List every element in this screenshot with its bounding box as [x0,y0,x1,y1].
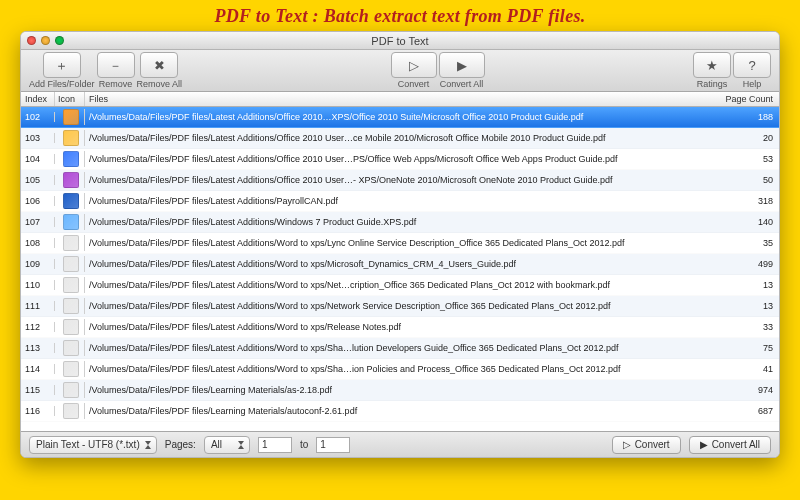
row-path: /Volumes/Data/Files/PDF files/Latest Add… [85,259,719,269]
pdf-file-icon [63,235,79,251]
col-header-icon[interactable]: Icon [55,92,85,106]
footer-bar: Plain Text - UTF8 (*.txt) Pages: All 1 t… [21,431,779,457]
table-row[interactable]: 115/Volumes/Data/Files/PDF files/Learnin… [21,380,779,401]
table-row[interactable]: 109/Volumes/Data/Files/PDF files/Latest … [21,254,779,275]
row-path: /Volumes/Data/Files/PDF files/Latest Add… [85,280,719,290]
column-headers: Index Icon Files Page Count [21,92,779,107]
pdf-file-icon [63,109,79,125]
convert-all-button[interactable]: ▶ [439,52,485,78]
row-icon-cell [55,193,85,209]
row-index: 112 [21,322,55,332]
pdf-file-icon [63,403,79,419]
table-row[interactable]: 102/Volumes/Data/Files/PDF files/Latest … [21,107,779,128]
table-row[interactable]: 104/Volumes/Data/Files/PDF files/Latest … [21,149,779,170]
table-row[interactable]: 116/Volumes/Data/Files/PDF files/Learnin… [21,401,779,422]
row-icon-cell [55,298,85,314]
row-page-count: 41 [719,364,779,374]
row-page-count: 687 [719,406,779,416]
table-row[interactable]: 108/Volumes/Data/Files/PDF files/Latest … [21,233,779,254]
row-index: 115 [21,385,55,395]
remove-all-label: Remove All [137,79,183,89]
page-to-input[interactable]: 1 [316,437,350,453]
add-files-label: Add Files/Folder [29,79,95,89]
row-index: 106 [21,196,55,206]
titlebar: PDF to Text [21,32,779,50]
col-header-files[interactable]: Files [85,92,719,106]
row-path: /Volumes/Data/Files/PDF files/Latest Add… [85,343,719,353]
row-page-count: 974 [719,385,779,395]
row-page-count: 75 [719,343,779,353]
footer-convert-button[interactable]: ▷ Convert [612,436,681,454]
table-row[interactable]: 112/Volumes/Data/Files/PDF files/Latest … [21,317,779,338]
convert-button[interactable]: ▷ [391,52,437,78]
window-title: PDF to Text [21,35,779,47]
remove-label: Remove [99,79,133,89]
remove-button[interactable]: － [97,52,135,78]
minimize-icon[interactable] [41,36,50,45]
pdf-file-icon [63,298,79,314]
row-page-count: 33 [719,322,779,332]
help-button[interactable]: ? [733,52,771,78]
window-controls [27,36,64,45]
pdf-file-icon [63,193,79,209]
star-icon: ★ [706,59,718,72]
row-index: 114 [21,364,55,374]
help-icon: ? [748,59,755,72]
col-header-index[interactable]: Index [21,92,55,106]
row-page-count: 140 [719,217,779,227]
table-row[interactable]: 113/Volumes/Data/Files/PDF files/Latest … [21,338,779,359]
row-path: /Volumes/Data/Files/PDF files/Latest Add… [85,364,719,374]
row-path: /Volumes/Data/Files/PDF files/Latest Add… [85,154,719,164]
row-page-count: 188 [719,112,779,122]
row-index: 116 [21,406,55,416]
footer-convert-all-button[interactable]: ▶ Convert All [689,436,771,454]
row-page-count: 50 [719,175,779,185]
remove-all-button[interactable]: ✖ [140,52,178,78]
row-path: /Volumes/Data/Files/PDF files/Latest Add… [85,322,719,332]
help-label: Help [743,79,762,89]
row-path: /Volumes/Data/Files/PDF files/Latest Add… [85,196,719,206]
row-page-count: 13 [719,301,779,311]
pdf-file-icon [63,130,79,146]
convert-all-label: Convert All [440,79,484,89]
col-header-pages[interactable]: Page Count [719,92,779,106]
pdf-file-icon [63,340,79,356]
footer-convert-all-label: Convert All [712,439,760,450]
row-index: 110 [21,280,55,290]
row-icon-cell [55,403,85,419]
row-path: /Volumes/Data/Files/PDF files/Latest Add… [85,217,719,227]
row-page-count: 13 [719,280,779,290]
output-format-select[interactable]: Plain Text - UTF8 (*.txt) [29,436,157,454]
row-icon-cell [55,151,85,167]
table-row[interactable]: 103/Volumes/Data/Files/PDF files/Latest … [21,128,779,149]
table-row[interactable]: 107/Volumes/Data/Files/PDF files/Latest … [21,212,779,233]
row-page-count: 35 [719,238,779,248]
add-files-button[interactable]: ＋ [43,52,81,78]
table-row[interactable]: 111/Volumes/Data/Files/PDF files/Latest … [21,296,779,317]
row-icon-cell [55,340,85,356]
row-index: 108 [21,238,55,248]
pdf-file-icon [63,172,79,188]
promo-headline: PDF to Text : Batch extract text from PD… [0,0,800,31]
row-index: 105 [21,175,55,185]
ratings-label: Ratings [697,79,728,89]
row-index: 111 [21,301,55,311]
zoom-icon[interactable] [55,36,64,45]
table-row[interactable]: 105/Volumes/Data/Files/PDF files/Latest … [21,170,779,191]
row-icon-cell [55,256,85,272]
file-list[interactable]: 102/Volumes/Data/Files/PDF files/Latest … [21,107,779,431]
close-icon[interactable] [27,36,36,45]
pdf-file-icon [63,256,79,272]
table-row[interactable]: 106/Volumes/Data/Files/PDF files/Latest … [21,191,779,212]
ratings-button[interactable]: ★ [693,52,731,78]
row-path: /Volumes/Data/Files/PDF files/Learning M… [85,406,719,416]
pdf-file-icon [63,277,79,293]
page-from-input[interactable]: 1 [258,437,292,453]
pages-mode-select[interactable]: All [204,436,250,454]
row-page-count: 318 [719,196,779,206]
table-row[interactable]: 110/Volumes/Data/Files/PDF files/Latest … [21,275,779,296]
pages-label: Pages: [165,439,196,450]
row-path: /Volumes/Data/Files/PDF files/Latest Add… [85,301,719,311]
table-row[interactable]: 114/Volumes/Data/Files/PDF files/Latest … [21,359,779,380]
pdf-file-icon [63,382,79,398]
